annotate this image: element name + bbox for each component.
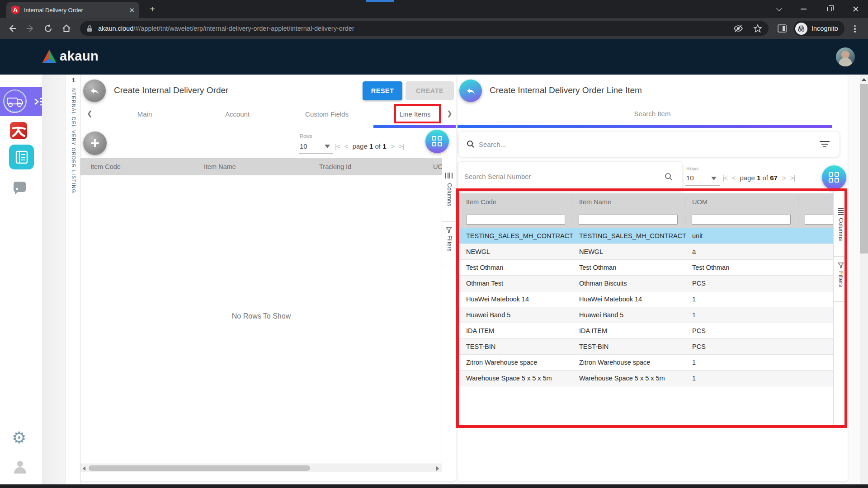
sidebar-applet-red[interactable] [10,122,27,139]
rows-select[interactable]: 10 [300,142,307,150]
applet-tab-number: 1 [66,77,81,84]
active-tab-indicator [458,125,832,128]
first-page-icon[interactable]: |< [722,174,727,182]
window-close-button[interactable] [851,5,861,13]
rows-select[interactable]: 10 [686,174,694,182]
annotation-line-items [394,104,441,123]
menu-dots-icon[interactable] [854,24,856,33]
app-header: akaun [0,39,868,75]
scroll-left-icon[interactable] [83,466,85,471]
table-side-strip: Columns Filters [442,158,456,464]
tab-close-icon[interactable]: ✕ [129,7,135,14]
horizontal-scrollbar[interactable] [80,464,442,472]
filters-funnel-icon[interactable] [446,227,452,234]
tabs-scroll-right-icon[interactable]: ❯ [447,109,453,117]
sidebar-applet-journal[interactable] [9,145,34,169]
search-icon [466,140,475,149]
rows-label: Rows [300,133,312,139]
browser-tab[interactable]: A Internal Delivery Order ✕ [6,2,139,18]
akaun-logo-icon [42,49,57,65]
prev-page-icon[interactable]: < [344,142,348,150]
create-order-panel: Create Internal Delivery Order RESET CRE… [80,75,456,481]
profile-icon[interactable] [14,461,26,474]
url-text: akaun.cloud/#/applet/tnt/wavelet/erp/int… [98,25,354,32]
column-header[interactable]: Tracking Id [319,158,351,175]
reset-button[interactable]: RESET [363,81,402,100]
split-screen-icon[interactable] [776,22,788,35]
last-page-icon[interactable]: >| [399,142,404,150]
lock-icon [86,25,93,32]
incognito-label: Incognito [811,25,838,32]
columns-tool[interactable]: Columns [446,183,453,208]
rows-underline [685,185,720,186]
grid-view-button[interactable] [425,130,449,153]
serial-search-box[interactable]: Search Serial Number [458,161,683,192]
search-icon [664,172,673,181]
incognito-badge[interactable]: Incognito [793,21,844,36]
left-table-header: Item Code Item Name Tracking Id UOM [80,158,442,175]
filters-tool[interactable]: Filters [446,235,453,253]
page-total: 1 [382,142,386,150]
applet-tab-label: INTERNAL DELIVERY ORDER LISTING [71,86,76,193]
tab-account[interactable]: Account [225,110,250,118]
window-restore-button[interactable] [825,5,835,13]
of-label: of [762,174,768,182]
angular-favicon-icon: A [11,5,20,14]
search-box[interactable]: Search... [458,131,840,157]
sidebar-shadow [42,75,66,484]
scroll-right-icon[interactable] [436,466,439,471]
avatar[interactable] [836,47,855,66]
logo-text: akaun [60,49,99,64]
add-line-item-button[interactable]: + [83,131,107,155]
empty-table-message: No Rows To Show [232,312,291,320]
page-current: 1 [369,142,373,150]
settings-gear-icon[interactable]: ⚙ [12,430,26,446]
window-chevron-icon[interactable] [773,5,783,13]
home-icon[interactable] [60,22,73,35]
reload-icon[interactable] [42,22,55,35]
page-current: 1 [757,174,760,182]
vertical-scrollbar[interactable] [860,75,868,484]
new-tab-button[interactable]: + [147,5,157,14]
rows-label: Rows [686,166,699,171]
column-header[interactable]: Item Name [204,158,236,175]
tab-search-item[interactable]: Search Item [634,110,671,117]
next-page-icon[interactable]: > [782,174,786,182]
prev-page-icon[interactable]: < [732,174,736,182]
eye-off-icon[interactable] [733,24,743,33]
url-bar[interactable]: akaun.cloud/#/applet/tnt/wavelet/erp/int… [80,21,769,36]
tabs-scroll-left-icon[interactable]: ❮ [87,109,93,117]
active-tab-indicator [373,125,456,128]
last-page-icon[interactable]: >| [790,174,795,182]
tab-custom-fields[interactable]: Custom Fields [305,110,349,118]
bookmark-star-icon[interactable] [753,24,762,33]
tab-main[interactable]: Main [137,110,152,118]
pagination: |< < page 1 of 1 > >| [335,141,404,151]
column-header[interactable]: Item Code [90,158,121,175]
tab-activity-indicator [366,0,394,2]
grid-view-button[interactable] [822,165,846,190]
scroll-up-icon[interactable] [862,78,866,81]
forward-icon[interactable] [24,22,37,35]
rows-dropdown-icon[interactable] [711,177,717,180]
delivery-truck-icon [2,88,28,114]
chat-icon[interactable] [14,182,26,192]
next-page-icon[interactable]: > [391,142,395,150]
first-page-icon[interactable]: |< [335,142,340,150]
applet-tab-strip[interactable]: 1 INTERNAL DELIVERY ORDER LISTING [66,75,80,484]
page-label: page [352,142,367,150]
columns-icon[interactable] [442,173,456,178]
create-button[interactable]: CREATE [406,81,454,100]
rows-dropdown-icon[interactable] [325,145,330,148]
filter-list-icon[interactable] [820,141,830,147]
panel-title: Create Internal Delivery Order Line Item [490,84,642,96]
back-button[interactable] [83,80,106,102]
annotation-table [456,188,847,428]
window-minimize-button[interactable] [798,5,808,13]
back-button[interactable] [459,80,482,102]
serial-placeholder: Search Serial Number [464,173,531,180]
scrollbar-thumb[interactable] [860,84,868,253]
scrollbar-thumb[interactable] [89,465,310,471]
back-icon[interactable] [6,22,19,35]
search-placeholder: Search... [479,141,506,148]
